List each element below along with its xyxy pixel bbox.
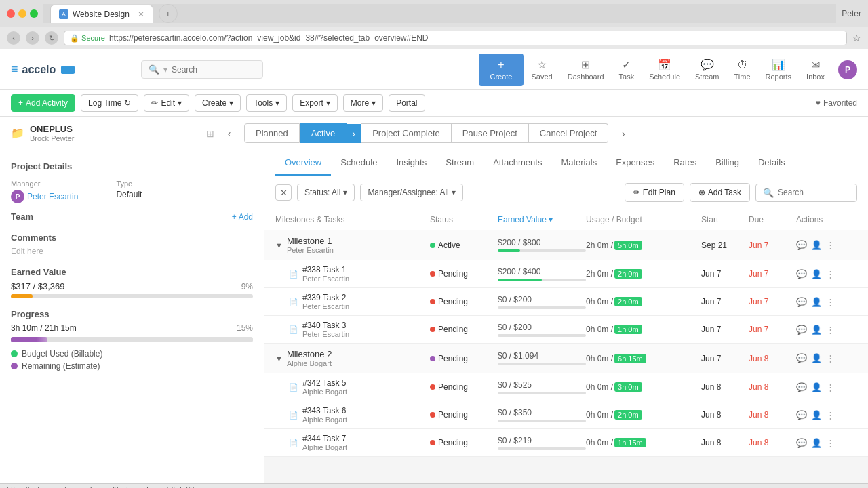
- edit-button[interactable]: ✏ Edit ▾: [144, 94, 189, 112]
- assignee-icon[interactable]: 👤: [811, 269, 822, 279]
- maximize-button[interactable]: [30, 9, 38, 18]
- task-search-box[interactable]: 🔍: [755, 184, 857, 202]
- nav-reports[interactable]: 📊 Reports: [759, 54, 799, 85]
- more-icon[interactable]: ⋮: [826, 410, 835, 420]
- user-avatar[interactable]: P: [838, 60, 857, 79]
- log-time-button[interactable]: Log Time ↻: [81, 94, 138, 112]
- add-task-button[interactable]: ⊕ Add Task: [690, 183, 750, 202]
- forward-button[interactable]: ›: [26, 31, 39, 45]
- nav-saved[interactable]: ☆ Saved: [525, 54, 559, 85]
- clear-filter-button[interactable]: ✕: [275, 184, 292, 201]
- ev-cell: $0 / $350: [498, 408, 586, 422]
- nav-schedule[interactable]: 📅 Schedule: [642, 54, 687, 85]
- task-title[interactable]: #339 Task 2: [302, 293, 349, 302]
- tab-stream[interactable]: Stream: [436, 150, 484, 176]
- status-active-button[interactable]: Active: [300, 123, 347, 143]
- tab-insights[interactable]: Insights: [387, 150, 436, 176]
- task-title[interactable]: #340 Task 3: [302, 321, 349, 330]
- tab-overview[interactable]: Overview: [275, 150, 331, 176]
- task-title[interactable]: #343 Task 6: [302, 406, 347, 415]
- new-tab-button[interactable]: +: [159, 4, 178, 23]
- nav-task[interactable]: ✓ Task: [612, 54, 642, 85]
- search-dropdown-icon[interactable]: ▾: [163, 65, 167, 75]
- comment-icon[interactable]: 💬: [796, 382, 807, 392]
- more-icon[interactable]: ⋮: [826, 325, 835, 335]
- favorited-area[interactable]: ♥ Favorited: [816, 98, 857, 108]
- project-settings-icon[interactable]: ⊞: [206, 128, 214, 139]
- assignee-icon[interactable]: 👤: [811, 410, 822, 420]
- close-button[interactable]: [7, 9, 15, 18]
- add-activity-button[interactable]: + Add Activity: [11, 94, 75, 112]
- nav-dashboard[interactable]: ⊞ Dashboard: [561, 54, 611, 85]
- col-status: Status: [430, 215, 498, 224]
- nav-time-label: Time: [734, 73, 751, 81]
- minimize-button[interactable]: [18, 9, 26, 18]
- manager-name[interactable]: Peter Escartin: [27, 192, 78, 201]
- status-planned-button[interactable]: Planned: [244, 123, 300, 143]
- edit-plan-button[interactable]: ✏ Edit Plan: [625, 183, 684, 202]
- refresh-button[interactable]: ↻: [45, 31, 58, 45]
- task-title[interactable]: #338 Task 1: [302, 265, 349, 274]
- comment-icon[interactable]: 💬: [796, 353, 807, 363]
- more-icon[interactable]: ⋮: [826, 269, 835, 279]
- task-title[interactable]: #344 Task 7: [302, 434, 347, 443]
- tab-details[interactable]: Details: [749, 150, 795, 176]
- search-input[interactable]: [172, 65, 253, 75]
- task-title[interactable]: #342 Task 5: [302, 378, 347, 388]
- more-icon[interactable]: ⋮: [826, 353, 835, 363]
- comment-icon[interactable]: 💬: [796, 297, 807, 307]
- more-button[interactable]: More ▾: [343, 94, 383, 112]
- milestone-chevron[interactable]: ▼: [275, 354, 283, 363]
- assignee-icon[interactable]: 👤: [811, 382, 822, 392]
- nav-inbox[interactable]: ✉ Inbox: [800, 54, 831, 85]
- nav-stream[interactable]: 💬 Stream: [688, 54, 726, 85]
- assignee-icon[interactable]: 👤: [811, 325, 822, 335]
- tab-schedule[interactable]: Schedule: [331, 150, 387, 176]
- comment-icon[interactable]: 💬: [796, 269, 807, 279]
- logo-icon: ≡: [11, 62, 18, 77]
- tab-rates[interactable]: Rates: [664, 150, 706, 176]
- search-box[interactable]: 🔍 ▾: [141, 60, 263, 79]
- export-button[interactable]: Export ▾: [292, 94, 338, 112]
- browser-tab[interactable]: A Website Design ✕: [50, 5, 153, 23]
- tab-attachments[interactable]: Attachments: [484, 150, 551, 176]
- comment-icon[interactable]: 💬: [796, 325, 807, 335]
- assignee-icon[interactable]: 👤: [811, 353, 822, 363]
- tab-materials[interactable]: Materials: [551, 150, 606, 176]
- url-bar[interactable]: 🔒 Secure https://peterescartin.accelo.co…: [64, 30, 847, 45]
- portal-label: Portal: [396, 98, 417, 108]
- comment-icon[interactable]: 💬: [796, 410, 807, 420]
- status-pause-button[interactable]: Pause Project: [452, 123, 529, 143]
- more-icon[interactable]: ⋮: [826, 438, 835, 448]
- tab-expenses[interactable]: Expenses: [606, 150, 664, 176]
- create-tb-label: Create: [202, 98, 226, 108]
- comment-icon[interactable]: 💬: [796, 438, 807, 448]
- bookmark-icon[interactable]: ☆: [852, 33, 861, 43]
- team-add-button[interactable]: + Add: [232, 212, 253, 222]
- milestone-chevron[interactable]: ▼: [275, 241, 283, 249]
- status-prev-button[interactable]: ‹: [220, 124, 239, 143]
- status-next-button[interactable]: ›: [614, 124, 633, 143]
- tab-billing[interactable]: Billing: [706, 150, 749, 176]
- manager-filter-button[interactable]: Manager/Assignee: All ▾: [360, 184, 462, 201]
- status-filter-button[interactable]: Status: All ▾: [297, 184, 355, 201]
- nav-time[interactable]: ⏱ Time: [728, 55, 757, 85]
- status-cancel-button[interactable]: Cancel Project: [529, 123, 609, 143]
- toolbar: + Add Activity Log Time ↻ ✏ Edit ▾ Creat…: [0, 90, 868, 117]
- comment-icon[interactable]: 💬: [796, 240, 807, 250]
- tools-button[interactable]: Tools ▾: [246, 94, 287, 112]
- more-icon[interactable]: ⋮: [826, 240, 835, 250]
- more-icon[interactable]: ⋮: [826, 382, 835, 392]
- more-icon[interactable]: ⋮: [826, 297, 835, 307]
- create-button[interactable]: + Create: [479, 54, 523, 86]
- status-complete-button[interactable]: Project Complete: [361, 123, 452, 143]
- task-search-input[interactable]: [778, 188, 846, 197]
- tab-close[interactable]: ✕: [138, 9, 144, 19]
- create-tb-button[interactable]: Create ▾: [195, 94, 241, 112]
- assignee-icon[interactable]: 👤: [811, 240, 822, 250]
- comments-edit[interactable]: Edit here: [11, 247, 253, 256]
- back-button[interactable]: ‹: [7, 31, 20, 45]
- assignee-icon[interactable]: 👤: [811, 297, 822, 307]
- assignee-icon[interactable]: 👤: [811, 438, 822, 448]
- portal-button[interactable]: Portal: [389, 94, 425, 112]
